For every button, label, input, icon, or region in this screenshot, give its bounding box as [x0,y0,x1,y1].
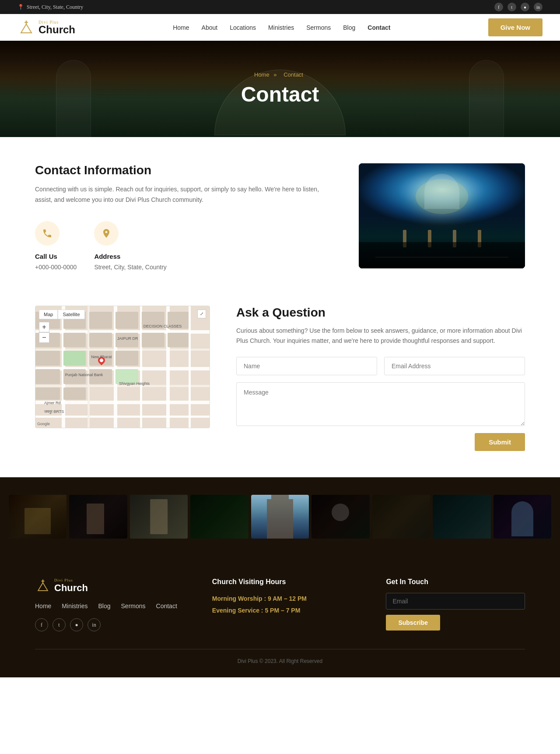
top-bar-address: 📍 Street, City, State, Country [18,4,83,11]
footer-bottom: Divi Plus © 2023. All Right Reserved [35,649,525,664]
instagram-icon-top[interactable]: ● [521,3,529,11]
logo-icon [18,19,35,36]
footer-logo-text: Divi Plus Church [54,578,88,594]
twitter-icon-top[interactable]: t [508,3,516,11]
map-copyright: Google [37,422,50,426]
nav-sermons[interactable]: Sermons [306,24,331,31]
footer-twitter-icon[interactable]: t [52,618,66,631]
nav-ministries[interactable]: Ministries [268,24,294,31]
touch-title: Get In Touch [386,578,525,586]
morning-worship: Morning Worship : 9 AM – 12 PM [212,593,351,605]
nav-locations[interactable]: Locations [230,24,256,31]
email-input[interactable] [384,357,525,375]
gallery-item [69,495,127,539]
breadcrumb-home[interactable]: Home [254,71,270,78]
address-value: Street, City, State, Country [94,264,166,271]
gallery-section [0,477,560,556]
gallery-item [251,495,309,539]
address-icon-circle [94,221,119,246]
top-bar-socials: f t ● in [494,3,542,11]
map-tab-satellite[interactable]: Satellite [58,310,84,319]
nav-contact[interactable]: Contact [368,24,390,31]
form-title: Ask a Question [236,306,525,320]
gallery-item [312,495,369,539]
contact-cards: Call Us +000-000-0000 Address Street, Ci… [35,221,332,271]
submit-button[interactable]: Submit [475,433,525,451]
facebook-icon-top[interactable]: f [494,3,503,11]
message-textarea[interactable] [236,382,525,426]
footer-facebook-icon[interactable]: f [35,618,48,631]
map-zoom-in[interactable]: + [39,322,49,332]
subscribe-button[interactable]: Subscribe [386,615,440,631]
footer-nav-sermons[interactable]: Sermons [121,602,146,610]
gallery-item [130,495,188,539]
footer-visiting-hours: Church Visiting Hours Morning Worship : … [212,578,351,631]
footer-logo-icon [35,578,51,594]
footer-nav-contact[interactable]: Contact [156,602,177,610]
visiting-title: Church Visiting Hours [212,578,351,586]
gallery-grid [0,495,560,539]
footer-socials: f t ● in [35,618,177,631]
give-now-button[interactable]: Give Now [488,18,542,36]
phone-value: +000-000-0000 [35,264,77,271]
footer-instagram-icon[interactable]: ● [70,618,83,631]
footer-email-input[interactable] [386,593,525,610]
footer-get-in-touch: Get In Touch Subscribe [386,578,525,631]
nav-home[interactable]: Home [173,24,189,31]
contact-info-image [359,163,525,268]
name-input[interactable] [236,357,377,375]
gallery-item [494,495,551,539]
contact-card-phone: Call Us +000-000-0000 [35,221,77,271]
gallery-item [372,495,430,539]
footer-logo: Divi Plus Church [35,578,177,594]
contact-info-left: Contact Information Connecting with us i… [35,163,332,271]
map-zoom-controls: + − [39,322,49,343]
footer-linkedin-icon[interactable]: in [88,618,101,631]
contact-card-address: Address Street, City, State, Country [94,221,166,271]
map-tabs[interactable]: Map Satellite [39,310,85,319]
contact-info-section: Contact Information Connecting with us i… [0,137,560,297]
form-name-email-row [236,357,525,375]
address-label: Address [94,253,166,260]
location-icon: 📍 [18,4,24,11]
nav-about[interactable]: About [202,24,218,31]
map-zoom-out[interactable]: − [39,332,49,343]
gallery-item [433,495,490,539]
map-container: New Bharat JAIPUR DR Punjab National Ban… [35,306,210,428]
visiting-hours-text: Morning Worship : 9 AM – 12 PM Evening S… [212,593,351,616]
contact-info-title: Contact Information [35,163,332,177]
footer-nav: Home Ministries Blog Sermons Contact [35,602,177,610]
form-submit-row: Submit [236,433,525,451]
breadcrumb-separator: » [273,71,276,78]
location-pin-icon [101,228,112,239]
phone-icon [42,228,52,239]
map-tab-map[interactable]: Map [39,310,58,319]
linkedin-icon-top[interactable]: in [534,3,542,11]
footer-brand: Divi Plus Church Home Ministries Blog Se… [35,578,177,631]
map-simulation: New Bharat JAIPUR DR Punjab National Ban… [35,306,210,428]
gallery-item [190,495,248,539]
breadcrumb-current: Contact [284,71,303,78]
phone-label: Call Us [35,253,77,260]
church-interior-image [359,163,525,268]
nav-blog[interactable]: Blog [343,24,355,31]
footer-nav-ministries[interactable]: Ministries [62,602,88,610]
map-fullscreen-btn[interactable]: ⤢ [197,310,206,318]
phone-icon-circle [35,221,60,246]
hero-content: Home » Contact Contact [241,71,319,106]
logo-text: Divi Plus Church [38,20,75,35]
ask-question-section: Ask a Question Curious about something? … [236,306,525,451]
gallery-item [9,495,66,539]
footer-nav-home[interactable]: Home [35,602,51,610]
copyright-text: Divi Plus © 2023. All Right Reserved [238,658,322,664]
page-title: Contact [241,82,319,106]
form-desc: Curious about something? Use the form be… [236,326,525,347]
footer: Divi Plus Church Home Ministries Blog Se… [0,556,560,677]
main-nav: Home About Locations Ministries Sermons … [173,24,390,31]
hero-section: Home » Contact Contact [0,41,560,137]
header: Divi Plus Church Home About Locations Mi… [0,14,560,41]
footer-top: Divi Plus Church Home Ministries Blog Se… [35,578,525,631]
breadcrumb: Home » Contact [241,71,319,78]
footer-nav-blog[interactable]: Blog [98,602,110,610]
evening-service: Evening Service : 5 PM – 7 PM [212,605,351,617]
